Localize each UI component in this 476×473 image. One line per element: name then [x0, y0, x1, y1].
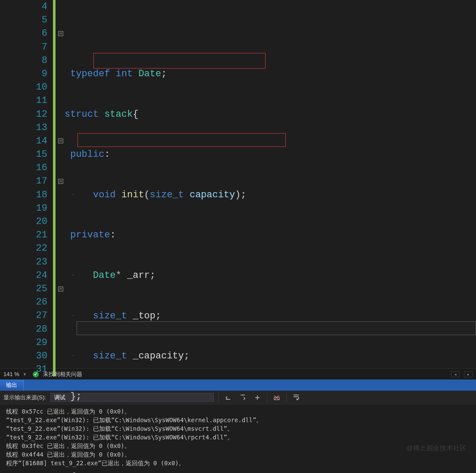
fold-toggle-icon[interactable]: −	[58, 31, 63, 36]
output-source-label: 显示输出来源(S):	[3, 394, 46, 401]
output-line: “test_9_22.exe”(Win32): 已加载“C:\Windows\S…	[6, 425, 233, 432]
check-circle-icon: ✓	[33, 371, 39, 377]
fold-toggle-icon[interactable]: −	[58, 179, 63, 184]
fold-toggle-icon[interactable]: −	[58, 286, 63, 292]
line-number-gutter: 4 5 6 7 8 9 10 11 12 13 14 15 16 17 18 1…	[0, 0, 53, 368]
output-line: “test_9_22.exe”(Win32): 已加载“C:\Windows\S…	[6, 434, 233, 441]
fold-toggle-icon[interactable]: −	[58, 138, 63, 143]
output-line: 线程 0x57cc 已退出，返回值为 0 (0x0)。	[6, 408, 130, 415]
code-editor[interactable]: 4 5 6 7 8 9 10 11 12 13 14 15 16 17 18 1…	[0, 0, 476, 368]
output-line: 线程 0x4f44 已退出，返回值为 0 (0x0)。	[6, 451, 130, 458]
tab-output[interactable]: 输出	[0, 380, 24, 391]
chevron-down-icon[interactable]: ▼	[21, 372, 28, 377]
tab-label: 输出	[6, 381, 17, 389]
zoom-dropdown[interactable]: 141 % ▼	[3, 371, 28, 377]
output-console[interactable]: 线程 0x57cc 已退出，返回值为 0 (0x0)。 “test_9_22.e…	[0, 405, 476, 471]
output-line: 线程 0x3fec 已退出，返回值为 0 (0x0)。	[6, 442, 130, 449]
output-line: 程序“[81688] test_9_22.exe”已退出，返回值为 0 (0x0…	[6, 460, 185, 467]
output-line: “test_9_22.exe”(Win32): 已加载“C:\Windows\S…	[6, 417, 262, 423]
fold-column: − − − −	[57, 0, 65, 368]
code-content[interactable]: typedef int Date; struct stack{ public: …	[65, 0, 476, 368]
change-indicator	[53, 0, 57, 368]
zoom-value: 141 %	[3, 371, 19, 377]
